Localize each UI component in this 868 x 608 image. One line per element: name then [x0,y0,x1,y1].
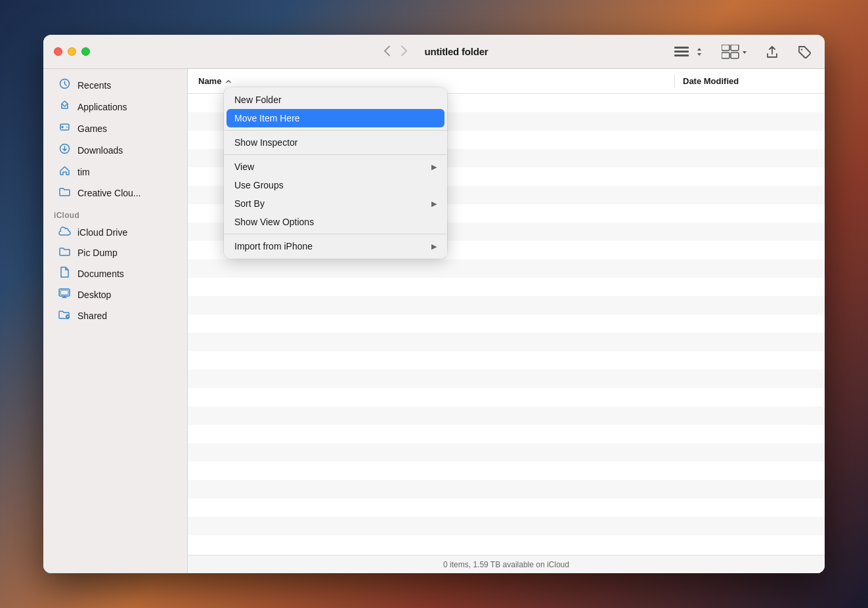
title-bar-center: untitled folder [380,43,488,61]
status-bar: 0 items, 1.59 TB available on iCloud [188,555,825,573]
menu-item-move-item-here[interactable]: Move Item Here [227,109,445,127]
context-menu: New Folder Move Item Here Show Inspector… [224,87,447,259]
sidebar-item-label: Documents [77,269,124,279]
file-row [188,351,825,370]
shared-icon [58,309,71,322]
nav-buttons [380,43,412,61]
file-row [188,388,825,406]
recents-icon [58,78,71,92]
title-bar: untitled folder [43,35,825,69]
grid-view-button[interactable] [719,42,750,62]
applications-icon [58,100,71,114]
sidebar-item-shared[interactable]: Shared [47,306,183,325]
sidebar-item-label: Downloads [77,145,123,156]
menu-separator-1 [224,130,447,131]
menu-item-view[interactable]: View ▶ [224,158,447,176]
sidebar-item-documents[interactable]: Documents [47,263,183,284]
import-arrow-icon: ▶ [431,242,437,251]
sidebar-item-games[interactable]: Games [47,118,183,139]
file-row [188,259,825,278]
back-button[interactable] [380,43,395,61]
file-row [188,462,825,480]
desktop-icon [58,288,71,301]
menu-separator-3 [224,234,447,234]
sidebar-item-pic-dump[interactable]: Pic Dump [47,243,183,262]
sidebar-item-label: Recents [77,80,111,91]
svg-rect-4 [731,45,739,51]
file-row [188,443,825,462]
file-row [188,333,825,351]
svg-rect-2 [674,54,689,56]
file-row [188,296,825,315]
sidebar-item-label: Games [77,123,107,134]
menu-item-import-from-iphone[interactable]: Import from iPhone ▶ [224,237,447,255]
sidebar-item-label: iCloud Drive [77,227,127,238]
folder-pic-icon [58,246,71,259]
name-column-header[interactable]: Name [198,76,666,86]
file-row [188,480,825,498]
traffic-lights [54,47,90,56]
menu-item-sort-by[interactable]: Sort By ▶ [224,194,447,213]
minimize-button[interactable] [68,47,76,56]
forward-button[interactable] [397,43,412,61]
sidebar-item-label: tim [77,167,90,177]
sidebar-item-label: Pic Dump [77,248,118,258]
sidebar-item-downloads[interactable]: Downloads [47,140,183,160]
svg-point-12 [66,127,68,128]
svg-rect-5 [722,53,729,58]
file-row [188,315,825,333]
sidebar-item-label: Shared [77,311,107,321]
file-row [188,406,825,425]
menu-item-new-folder[interactable]: New Folder [224,91,447,109]
icloud-icon [58,227,71,238]
file-row [188,278,825,296]
sidebar-item-icloud-drive[interactable]: iCloud Drive [47,223,183,242]
sidebar: Recents Applications [43,69,188,573]
view-arrow-icon: ▶ [431,163,437,171]
toolbar-right [672,42,814,62]
games-icon [58,121,71,135]
sort-by-arrow-icon: ▶ [431,200,437,208]
menu-item-show-view-options[interactable]: Show View Options [224,213,447,231]
svg-rect-6 [731,53,739,58]
sidebar-item-applications[interactable]: Applications [47,97,183,117]
main-area: Recents Applications [43,69,825,573]
sidebar-item-tim[interactable]: tim [47,162,183,182]
svg-rect-1 [674,51,689,53]
sidebar-item-label: Desktop [77,290,111,300]
icloud-section-label: iCloud [43,203,187,223]
tag-button[interactable] [794,42,814,62]
file-row [188,425,825,443]
menu-item-show-inspector[interactable]: Show Inspector [224,133,447,152]
column-separator [674,75,675,88]
sort-toggle-button[interactable] [693,44,706,60]
finder-window: untitled folder [43,35,825,573]
file-row [188,517,825,535]
svg-point-7 [801,49,802,50]
sidebar-item-desktop[interactable]: Desktop [47,285,183,305]
menu-item-use-groups[interactable]: Use Groups [224,176,447,194]
sidebar-item-label: Applications [77,102,127,112]
sidebar-item-creative-cloud[interactable]: Creative Clou... [47,183,183,202]
share-button[interactable] [763,42,781,62]
document-icon [58,267,71,280]
close-button[interactable] [54,47,62,56]
home-icon [58,165,71,179]
file-row [188,370,825,388]
file-row [188,535,825,554]
folder-icon [58,186,71,199]
sidebar-item-label: Creative Clou... [77,188,141,198]
svg-point-16 [66,315,70,318]
svg-rect-0 [674,47,689,49]
date-column-header[interactable]: Date Modified [683,76,814,86]
file-row [188,498,825,517]
sidebar-item-recents[interactable]: Recents [47,75,183,95]
svg-rect-15 [60,290,68,295]
view-toggle [672,44,706,60]
downloads-icon [58,143,71,157]
window-title: untitled folder [425,46,488,57]
list-view-button[interactable] [672,44,691,60]
svg-rect-3 [722,45,729,51]
content-area: Name Date Modified [188,69,825,573]
maximize-button[interactable] [81,47,90,56]
